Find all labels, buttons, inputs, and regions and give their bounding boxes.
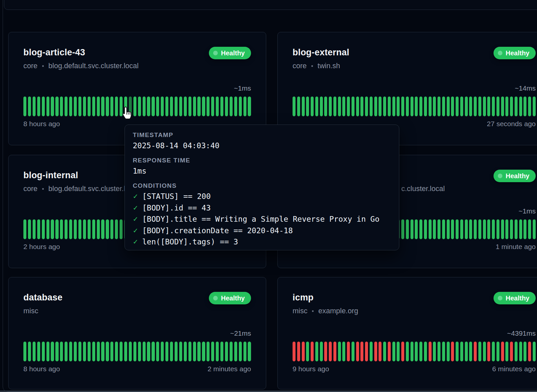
uptime-bar[interactable] bbox=[433, 97, 436, 116]
uptime-bar[interactable] bbox=[478, 97, 481, 116]
uptime-bar[interactable] bbox=[243, 342, 246, 361]
uptime-bar[interactable] bbox=[83, 342, 86, 361]
uptime-bar[interactable] bbox=[78, 219, 81, 239]
uptime-bar[interactable] bbox=[324, 97, 327, 116]
uptime-bars[interactable] bbox=[23, 342, 251, 361]
uptime-bar[interactable] bbox=[469, 342, 472, 361]
uptime-bar[interactable] bbox=[234, 342, 237, 361]
uptime-bar[interactable] bbox=[51, 219, 54, 239]
uptime-bar[interactable] bbox=[501, 97, 504, 116]
uptime-bar[interactable] bbox=[69, 342, 72, 361]
uptime-bar[interactable] bbox=[37, 97, 40, 116]
uptime-bar[interactable] bbox=[320, 342, 323, 361]
uptime-bar[interactable] bbox=[88, 219, 91, 239]
uptime-bar[interactable] bbox=[442, 97, 445, 116]
uptime-bar[interactable] bbox=[469, 219, 472, 239]
uptime-bar[interactable] bbox=[483, 97, 486, 116]
uptime-bar[interactable] bbox=[51, 342, 54, 361]
uptime-bar[interactable] bbox=[456, 219, 459, 239]
uptime-bar[interactable] bbox=[492, 97, 495, 116]
uptime-bar[interactable] bbox=[28, 97, 31, 116]
uptime-bar[interactable] bbox=[65, 97, 68, 116]
uptime-bar[interactable] bbox=[429, 219, 432, 239]
uptime-bar[interactable] bbox=[447, 97, 450, 116]
uptime-bar[interactable] bbox=[230, 97, 233, 116]
uptime-bar[interactable] bbox=[88, 97, 91, 116]
uptime-bar[interactable] bbox=[110, 342, 113, 361]
uptime-bar[interactable] bbox=[496, 219, 499, 239]
uptime-bar[interactable] bbox=[133, 342, 136, 361]
uptime-bar[interactable] bbox=[83, 219, 86, 239]
uptime-bar[interactable] bbox=[397, 342, 400, 361]
uptime-bar[interactable] bbox=[311, 342, 314, 361]
uptime-bar[interactable] bbox=[124, 342, 127, 361]
uptime-bar[interactable] bbox=[239, 342, 242, 361]
uptime-bar[interactable] bbox=[447, 219, 450, 239]
uptime-bar[interactable] bbox=[193, 97, 196, 116]
uptime-bar[interactable] bbox=[230, 342, 233, 361]
uptime-bar[interactable] bbox=[147, 97, 150, 116]
uptime-bar[interactable] bbox=[438, 342, 440, 361]
uptime-bar[interactable] bbox=[483, 219, 486, 239]
uptime-bar[interactable] bbox=[515, 219, 518, 239]
uptime-bar[interactable] bbox=[478, 219, 481, 239]
uptime-bar[interactable] bbox=[211, 97, 214, 116]
uptime-bar[interactable] bbox=[383, 342, 386, 361]
uptime-bar[interactable] bbox=[401, 219, 404, 239]
uptime-bar[interactable] bbox=[28, 219, 31, 239]
uptime-bar[interactable] bbox=[46, 219, 49, 239]
uptime-bar[interactable] bbox=[170, 342, 173, 361]
uptime-bar[interactable] bbox=[110, 219, 113, 239]
uptime-bar[interactable] bbox=[383, 97, 386, 116]
uptime-bar[interactable] bbox=[74, 219, 77, 239]
uptime-bar[interactable] bbox=[115, 219, 118, 239]
uptime-bar[interactable] bbox=[342, 342, 345, 361]
uptime-bar[interactable] bbox=[392, 342, 395, 361]
uptime-bar[interactable] bbox=[379, 342, 382, 361]
uptime-bar[interactable] bbox=[415, 219, 418, 239]
uptime-bar[interactable] bbox=[501, 219, 504, 239]
uptime-bars[interactable] bbox=[293, 342, 536, 361]
uptime-bar[interactable] bbox=[306, 342, 309, 361]
uptime-bar[interactable] bbox=[429, 342, 432, 361]
uptime-bar[interactable] bbox=[324, 342, 327, 361]
uptime-bar[interactable] bbox=[101, 97, 104, 116]
uptime-bar[interactable] bbox=[419, 342, 422, 361]
uptime-bar[interactable] bbox=[483, 342, 486, 361]
uptime-bar[interactable] bbox=[97, 342, 100, 361]
uptime-bar[interactable] bbox=[23, 342, 26, 361]
uptime-bar[interactable] bbox=[474, 97, 477, 116]
uptime-bar[interactable] bbox=[74, 342, 77, 361]
uptime-bar[interactable] bbox=[33, 342, 36, 361]
uptime-bar[interactable] bbox=[460, 97, 463, 116]
uptime-bar[interactable] bbox=[338, 97, 341, 116]
uptime-bar[interactable] bbox=[492, 219, 495, 239]
uptime-bar[interactable] bbox=[133, 97, 136, 116]
uptime-bar[interactable] bbox=[293, 97, 296, 116]
uptime-bar[interactable] bbox=[124, 97, 127, 116]
uptime-bar[interactable] bbox=[388, 97, 391, 116]
uptime-bar[interactable] bbox=[216, 97, 219, 116]
uptime-bar[interactable] bbox=[248, 342, 251, 361]
uptime-bar[interactable] bbox=[188, 342, 191, 361]
uptime-bar[interactable] bbox=[306, 97, 309, 116]
uptime-bar[interactable] bbox=[528, 342, 531, 361]
uptime-bar[interactable] bbox=[101, 342, 104, 361]
uptime-bar[interactable] bbox=[115, 342, 118, 361]
uptime-bar[interactable] bbox=[55, 97, 58, 116]
uptime-bar[interactable] bbox=[315, 97, 318, 116]
uptime-bar[interactable] bbox=[388, 342, 391, 361]
uptime-bar[interactable] bbox=[88, 342, 91, 361]
uptime-bar[interactable] bbox=[460, 342, 463, 361]
uptime-bar[interactable] bbox=[97, 97, 100, 116]
card-partial-top[interactable] bbox=[4, 0, 537, 10]
uptime-bar[interactable] bbox=[129, 342, 132, 361]
uptime-bar[interactable] bbox=[74, 97, 77, 116]
uptime-bar[interactable] bbox=[220, 342, 223, 361]
uptime-bar[interactable] bbox=[106, 342, 109, 361]
uptime-bar[interactable] bbox=[179, 342, 182, 361]
uptime-bar[interactable] bbox=[120, 342, 123, 361]
uptime-bar[interactable] bbox=[161, 342, 164, 361]
uptime-bar[interactable] bbox=[456, 342, 459, 361]
uptime-bar[interactable] bbox=[152, 97, 155, 116]
